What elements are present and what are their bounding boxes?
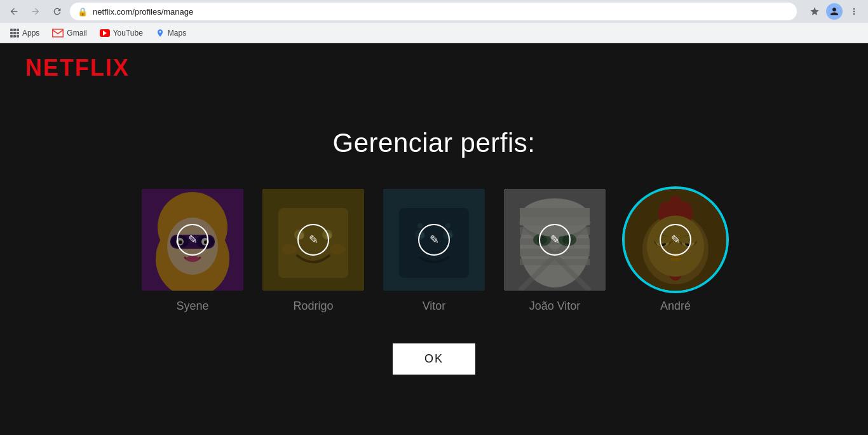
profile-name-andre: André — [660, 300, 691, 313]
profile-avatar-syene[interactable]: ✎ — [142, 189, 243, 291]
profile-name-syene: Syene — [176, 300, 208, 313]
edit-circle-syene: ✎ — [177, 224, 208, 256]
edit-overlay-syene: ✎ — [142, 189, 243, 291]
profile-name-joao: João Vitor — [529, 300, 581, 313]
edit-overlay-joao: ✎ — [504, 189, 606, 291]
netflix-header: NETFLIX — [0, 43, 868, 93]
edit-overlay-andre: ✎ — [625, 189, 726, 291]
profile-item-rodrigo[interactable]: ✎ Rodrigo — [262, 189, 364, 313]
more-options-button[interactable] — [845, 3, 863, 20]
apps-icon — [10, 29, 19, 38]
edit-pencil-andre: ✎ — [671, 234, 681, 245]
refresh-button[interactable] — [48, 3, 66, 20]
netflix-content: Gerenciar perfis: — [142, 93, 726, 435]
bookmark-maps[interactable]: Maps — [151, 26, 191, 40]
edit-circle-andre: ✎ — [660, 224, 691, 256]
edit-pencil-vitor: ✎ — [430, 234, 439, 245]
edit-pencil-syene: ✎ — [188, 234, 198, 245]
url-text: netflix.com/profiles/manage — [93, 7, 789, 17]
profile-name-rodrigo: Rodrigo — [293, 300, 333, 313]
bookmark-gmail[interactable]: Gmail — [47, 26, 92, 40]
profile-item-vitor[interactable]: ✎ Vitor — [383, 189, 485, 313]
ok-button[interactable]: OK — [393, 343, 475, 375]
page-title: Gerenciar perfis: — [333, 128, 536, 158]
maps-label: Maps — [168, 29, 186, 38]
edit-circle-rodrigo: ✎ — [297, 224, 329, 256]
bookmark-apps[interactable]: Apps — [5, 26, 44, 40]
profile-item-joao[interactable]: ✎ João Vitor — [504, 189, 606, 313]
lock-icon: 🔒 — [78, 7, 88, 17]
profile-avatar-joao[interactable]: ✎ — [504, 189, 606, 291]
back-button[interactable] — [5, 3, 23, 20]
address-bar[interactable]: 🔒 netflix.com/profiles/manage — [70, 3, 797, 20]
forward-button[interactable] — [27, 3, 44, 20]
profile-avatar-andre[interactable]: ✎ — [625, 189, 726, 291]
maps-icon — [156, 29, 165, 38]
profile-avatar-vitor[interactable]: ✎ — [383, 189, 485, 291]
user-profile-button[interactable] — [826, 3, 843, 20]
netflix-logo: NETFLIX — [25, 55, 843, 81]
edit-circle-vitor: ✎ — [418, 224, 450, 256]
bookmark-youtube[interactable]: YouTube — [95, 26, 148, 40]
edit-circle-joao: ✎ — [539, 224, 571, 256]
profile-item-syene[interactable]: ✎ Syene — [142, 189, 243, 313]
profile-avatar-rodrigo[interactable]: ✎ — [262, 189, 364, 291]
edit-overlay-vitor: ✎ — [383, 189, 485, 291]
apps-label: Apps — [22, 29, 39, 38]
browser-chrome: 🔒 netflix.com/profiles/manage Apps — [0, 0, 868, 43]
netflix-page: NETFLIX Gerenciar perfis: — [0, 43, 868, 435]
gmail-label: Gmail — [67, 29, 86, 38]
profile-name-vitor: Vitor — [423, 300, 446, 313]
bookmark-star-button[interactable] — [806, 3, 824, 20]
browser-top-bar: 🔒 netflix.com/profiles/manage — [0, 0, 868, 23]
gmail-icon — [52, 29, 64, 38]
edit-overlay-rodrigo: ✎ — [262, 189, 364, 291]
profile-item-andre[interactable]: ✎ André — [625, 189, 726, 313]
browser-action-buttons — [806, 3, 863, 20]
youtube-icon — [100, 29, 110, 37]
bookmarks-bar: Apps Gmail YouTube Maps — [0, 23, 868, 43]
edit-pencil-joao: ✎ — [550, 234, 560, 245]
edit-pencil-rodrigo: ✎ — [309, 234, 318, 245]
profiles-row: ✎ Syene — [142, 189, 726, 313]
youtube-label: YouTube — [113, 29, 143, 38]
